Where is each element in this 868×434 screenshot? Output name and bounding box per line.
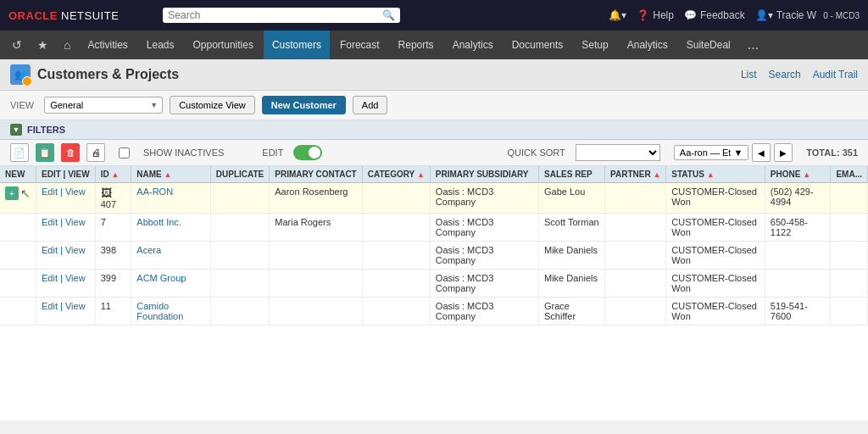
col-category[interactable]: CATEGORY ▲	[362, 166, 430, 183]
duplicate-cell	[210, 298, 269, 326]
nav-analytics[interactable]: Analytics	[444, 31, 502, 59]
status-cell: CUSTOMER-Closed Won	[666, 214, 765, 242]
nav-reports[interactable]: Reports	[390, 31, 442, 59]
table-row: Edit | View 399ACM GroupOasis : MCD3 Com…	[0, 270, 868, 298]
top-bar: ORACLE NETSUITE 🔍 🔔▾ ❓ Help 💬 Feedback 👤…	[0, 0, 868, 31]
id-cell: 7	[95, 214, 131, 242]
edit-link[interactable]: Edit	[42, 245, 58, 255]
col-edit-view: EDIT | VIEW	[36, 166, 96, 183]
name-cell: Abbott Inc.	[131, 214, 210, 242]
col-sales-rep: SALES REP	[539, 166, 605, 183]
nav-suitedeal[interactable]: SuiteDeal	[678, 31, 739, 59]
show-inactives-area: SHOW INACTIVES	[143, 147, 224, 158]
table-row: +↖ Edit | View 🖼 407 AA-RONAaron Rosenbe…	[0, 183, 868, 214]
favorites-icon[interactable]: ★	[31, 38, 55, 52]
col-phone[interactable]: PHONE ▲	[765, 166, 831, 183]
edit-view-cell: Edit | View	[36, 214, 96, 242]
edit-link[interactable]: Edit	[42, 217, 58, 227]
col-partner[interactable]: PARTNER ▲	[605, 166, 666, 183]
partner-cell	[605, 270, 666, 298]
view-link[interactable]: View	[65, 217, 86, 227]
help-link[interactable]: ❓ Help	[637, 9, 674, 21]
home-icon[interactable]: ⌂	[57, 38, 77, 52]
nav-documents[interactable]: Documents	[504, 31, 572, 59]
nav-more-button[interactable]: ...	[741, 37, 765, 53]
col-primary-contact: PRIMARY CONTACT	[270, 166, 362, 183]
delete-icon-button[interactable]: 🗑	[61, 143, 80, 162]
audit-trail-link[interactable]: Audit Trail	[813, 69, 858, 81]
status-cell: CUSTOMER-Closed Won	[666, 270, 765, 298]
edit-link[interactable]: Edit	[42, 273, 58, 283]
page-header: 👥 Customers & Projects List Search Audit…	[0, 59, 868, 91]
category-sort-icon: ▲	[417, 170, 425, 179]
customer-name-link[interactable]: Camido Foundation	[136, 301, 183, 321]
view-link[interactable]: View	[65, 245, 86, 255]
total-label: TOTAL: 351	[806, 147, 858, 158]
nav-opportunities[interactable]: Opportunities	[185, 31, 262, 59]
table-row: Edit | View 7Abbott Inc.Maria RogersOasi…	[0, 214, 868, 242]
customers-table: NEW EDIT | VIEW ID ▲ NAME ▲ DUPLICATE PR…	[0, 166, 868, 326]
category-cell	[362, 183, 430, 214]
search-input[interactable]	[168, 9, 382, 21]
customer-name-link[interactable]: Acera	[136, 245, 161, 255]
edit-link[interactable]: Edit	[42, 301, 58, 311]
name-sort-icon: ▲	[164, 170, 172, 179]
nav-analytics2[interactable]: Analytics	[619, 31, 676, 59]
quick-sort-select[interactable]	[576, 144, 660, 161]
primary-contact-cell: Aaron Rosenberg	[270, 183, 362, 214]
search-bar[interactable]: 🔍	[163, 8, 400, 23]
list-link[interactable]: List	[741, 69, 757, 81]
col-status[interactable]: STATUS ▲	[666, 166, 765, 183]
col-name[interactable]: NAME ▲	[131, 166, 210, 183]
name-cell: AA-RON	[131, 183, 210, 214]
customer-name-link[interactable]: ACM Group	[136, 273, 186, 283]
view-select-wrapper: General	[44, 97, 163, 114]
sales-rep-cell: Gabe Lou	[539, 183, 605, 214]
name-cell: Camido Foundation	[131, 298, 210, 326]
history-icon[interactable]: ↺	[5, 38, 29, 52]
next-page-button[interactable]: ▶	[774, 143, 793, 162]
id-cell: 🖼 407	[95, 183, 131, 214]
search-link[interactable]: Search	[769, 69, 801, 81]
nav-forecast[interactable]: Forecast	[331, 31, 388, 59]
id-cell: 398	[95, 242, 131, 270]
primary-contact-cell	[270, 242, 362, 270]
nav-customers[interactable]: Customers	[264, 31, 330, 59]
col-id[interactable]: ID ▲	[95, 166, 131, 183]
export-icon-button[interactable]: 📋	[36, 143, 54, 162]
customer-name-link[interactable]: Abbott Inc.	[136, 217, 181, 227]
notifications-icon[interactable]: 🔔▾	[609, 9, 626, 21]
new-row-icon[interactable]: +	[5, 186, 19, 200]
customer-name-link[interactable]: AA-RON	[136, 186, 173, 197]
page-indicator[interactable]: Aa-ron — Et ▼	[674, 145, 748, 160]
feedback-link[interactable]: 💬 Feedback	[684, 9, 745, 21]
edit-link[interactable]: Edit	[42, 186, 58, 197]
edit-label: EDIT	[262, 147, 283, 158]
status-cell: CUSTOMER-Closed Won	[666, 242, 765, 270]
nav-leads[interactable]: Leads	[138, 31, 183, 59]
user-menu[interactable]: 👤▾ Tracie W0 - MCD3	[755, 9, 860, 21]
primary-contact-cell: Maria Rogers	[270, 214, 362, 242]
edit-toggle[interactable]	[293, 145, 322, 160]
prev-page-button[interactable]: ◀	[752, 143, 771, 162]
new-customer-button[interactable]: New Customer	[262, 96, 346, 114]
view-link[interactable]: View	[65, 186, 86, 197]
customize-view-button[interactable]: Customize View	[170, 96, 255, 114]
nav-bar: ↺ ★ ⌂ Activities Leads Opportunities Cus…	[0, 31, 868, 59]
add-button[interactable]: Add	[353, 96, 388, 114]
table-header-row: NEW EDIT | VIEW ID ▲ NAME ▲ DUPLICATE PR…	[0, 166, 868, 183]
view-link[interactable]: View	[65, 301, 86, 311]
nav-setup[interactable]: Setup	[573, 31, 616, 59]
phone-sort-icon: ▲	[803, 170, 810, 179]
nav-activities[interactable]: Activities	[79, 31, 136, 59]
view-select[interactable]: General	[44, 97, 163, 114]
select-all-checkbox[interactable]	[119, 147, 130, 159]
view-link[interactable]: View	[65, 273, 86, 283]
table-toolbar: 📄 📋 🗑 🖨 SHOW INACTIVES EDIT QUICK SORT A…	[0, 140, 868, 166]
table-row: Edit | View 398AceraOasis : MCD3 Company…	[0, 242, 868, 270]
primary-contact-cell	[270, 270, 362, 298]
category-cell	[362, 298, 430, 326]
category-cell	[362, 242, 430, 270]
print-icon-button[interactable]: 🖨	[86, 143, 105, 162]
new-record-icon-button[interactable]: 📄	[10, 143, 29, 162]
